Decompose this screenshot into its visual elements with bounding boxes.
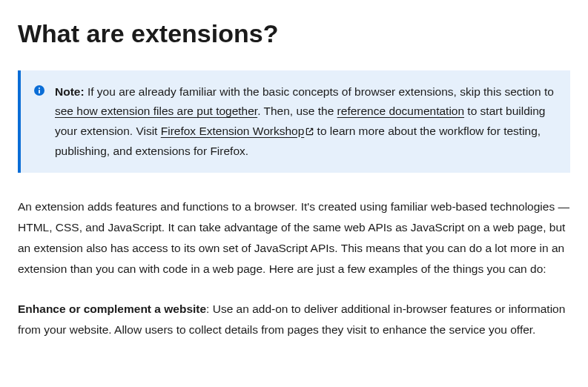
link-reference-docs[interactable]: reference documentation bbox=[337, 105, 464, 117]
enhance-paragraph: Enhance or complement a website: Use an … bbox=[18, 299, 570, 340]
info-icon bbox=[34, 85, 44, 96]
intro-paragraph: An extension adds features and functions… bbox=[18, 196, 570, 280]
note-segment: . Then, use the bbox=[257, 105, 337, 117]
note-segment: If you are already familiar with the bas… bbox=[85, 85, 554, 98]
enhance-heading: Enhance or complement a website bbox=[18, 302, 206, 315]
svg-rect-2 bbox=[39, 90, 40, 93]
svg-point-1 bbox=[39, 87, 40, 89]
link-extension-files[interactable]: see how extension files are put together bbox=[55, 105, 257, 117]
page-title: What are extensions? bbox=[18, 19, 570, 48]
note-prefix: Note: bbox=[55, 85, 85, 98]
external-link-icon bbox=[305, 122, 314, 142]
link-firefox-workshop[interactable]: Firefox Extension Workshop bbox=[161, 125, 314, 137]
note-callout: Note: If you are already familiar with t… bbox=[18, 70, 570, 173]
note-text: Note: If you are already familiar with t… bbox=[55, 82, 555, 161]
